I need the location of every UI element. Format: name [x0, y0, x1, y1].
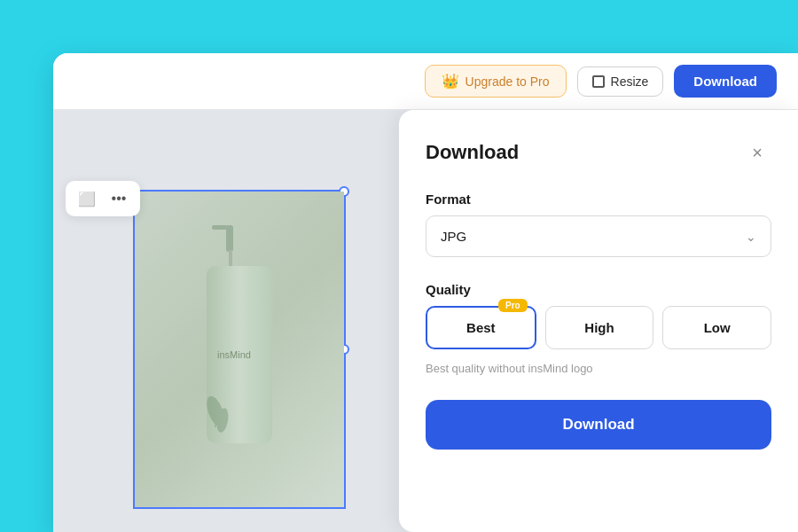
frame-icon[interactable]: ⬜ — [76, 188, 98, 209]
quality-high-button[interactable]: High — [545, 306, 654, 349]
svg-text:insMind: insMind — [217, 349, 251, 360]
upgrade-to-pro-button[interactable]: 👑 Upgrade to Pro — [425, 65, 567, 98]
app-window: 👑 Upgrade to Pro Resize Download ⬜ ••• — [53, 53, 798, 532]
quality-best-label: Best — [466, 320, 496, 335]
chevron-down-icon: ⌄ — [746, 230, 756, 244]
header-download-button[interactable]: Download — [674, 65, 777, 98]
quality-low-button[interactable]: Low — [662, 306, 771, 349]
close-button[interactable]: × — [743, 138, 771, 167]
download-panel: Download × Format JPG ⌄ Quality Pro Best… — [399, 110, 798, 532]
panel-title: Download — [426, 141, 519, 164]
resize-label: Resize — [611, 74, 649, 89]
svg-rect-1 — [212, 225, 228, 230]
panel-download-button[interactable]: Download — [426, 400, 771, 450]
panel-header: Download × — [426, 138, 771, 167]
format-dropdown[interactable]: JPG ⌄ — [426, 215, 771, 257]
resize-icon — [592, 75, 605, 88]
quality-low-label: Low — [704, 320, 731, 335]
toolbar: 👑 Upgrade to Pro Resize Download — [53, 53, 798, 110]
quality-best-button[interactable]: Pro Best — [426, 306, 536, 349]
bottle-svg: insMind — [200, 225, 279, 473]
quality-label: Quality — [426, 282, 771, 297]
svg-rect-2 — [229, 250, 232, 268]
more-options-icon[interactable]: ••• — [108, 188, 129, 209]
resize-button[interactable]: Resize — [577, 66, 664, 97]
quality-hint: Best quality without insMind logo — [426, 362, 771, 375]
upgrade-label: Upgrade to Pro — [466, 74, 550, 89]
selection-frame: insMind — [133, 190, 346, 509]
crown-icon: 👑 — [442, 73, 459, 90]
quality-high-label: High — [584, 320, 614, 335]
pro-badge: Pro — [498, 299, 528, 312]
format-selected-value: JPG — [441, 229, 466, 244]
format-label: Format — [426, 192, 771, 207]
product-container: insMind — [53, 167, 426, 532]
product-image: insMind — [135, 192, 344, 507]
quality-options: Pro Best High Low — [426, 306, 771, 349]
mini-toolbar: ⬜ ••• — [66, 181, 140, 216]
